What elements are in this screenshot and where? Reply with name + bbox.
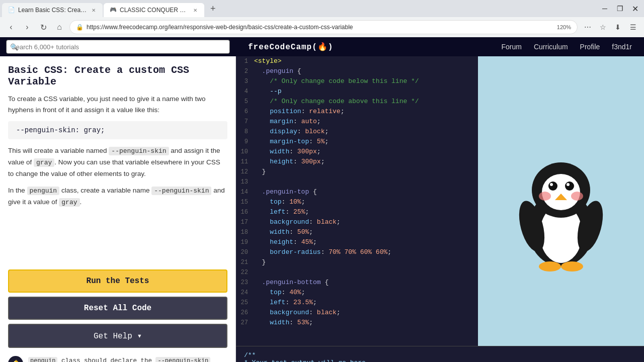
main-container: Basic CSS: Create a custom CSS Variable … (0, 56, 644, 362)
tab-classic-conquer[interactable]: 🎮 CLASSIC CONQUER VETERAN... ✕ (104, 3, 204, 17)
editor-line: 5 /* Only change code above this line */ (236, 97, 478, 107)
editor-line: 17 background: black; (236, 217, 478, 227)
editor-line: 21 } (236, 257, 478, 267)
line-number: 9 (236, 137, 254, 147)
back-button[interactable]: ‹ (5, 21, 17, 33)
extensions-button[interactable]: ⋯ (582, 21, 594, 33)
get-help-button[interactable]: Get Help ▾ (8, 324, 227, 348)
editor-line: 25 left: 23.5%; (236, 298, 478, 308)
editor-line: 12 } (236, 167, 478, 177)
tab1-title: Learn Basic CSS: Create a cust... (18, 7, 88, 14)
editor-line: 18 width: 50%; (236, 227, 478, 237)
nav-forum[interactable]: Forum (501, 43, 521, 51)
nav-curriculum[interactable]: Curriculum (534, 43, 568, 51)
fcc-header: 🔍 freeCodeCamp(🔥) Forum Curriculum Profi… (0, 37, 644, 56)
tab1-close[interactable]: ✕ (91, 7, 97, 14)
line-number: 13 (236, 177, 254, 187)
tab-learn-css[interactable]: 📄 Learn Basic CSS: Create a cust... ✕ (2, 3, 103, 17)
editor-line: 2 .penguin { (236, 66, 478, 76)
line-code: --p (254, 86, 478, 97)
svg-point-6 (550, 183, 553, 186)
bookmark-button[interactable]: ☆ (597, 21, 609, 33)
search-icon: 🔍 (10, 43, 18, 51)
editor-line: 7 margin: auto; (236, 117, 478, 127)
tabs-area: 📄 Learn Basic CSS: Create a cust... ✕ 🎮 … (0, 0, 596, 17)
line-number: 14 (236, 187, 254, 197)
svg-point-5 (548, 182, 557, 191)
line-number: 4 (236, 86, 254, 97)
search-wrapper: 🔍 (6, 40, 230, 54)
line-code: margin: auto; (254, 117, 478, 127)
lesson-intro: To create a CSS variable, you just need … (8, 94, 227, 115)
line-number: 20 (236, 247, 254, 257)
line-code: } (254, 167, 478, 177)
test-output-line1: /** (244, 351, 636, 359)
window-controls: ─ ❐ ✕ (596, 0, 644, 17)
editor-line: 23 .penguin-bottom { (236, 278, 478, 288)
line-number: 1 (236, 56, 254, 66)
url-text: https://www.freecodecamp.org/learn/respo… (87, 24, 353, 31)
close-button[interactable]: ✕ (628, 2, 642, 16)
editor-line: 3 /* Only change code below this line */ (236, 76, 478, 86)
line-number: 24 (236, 288, 254, 298)
line-number: 5 (236, 97, 254, 107)
line-code: background: black; (254, 217, 478, 227)
right-section: 1 <style> 2 .penguin { 3 /* Only change … (236, 56, 644, 362)
line-number: 22 (236, 267, 254, 278)
test-output: /** * Your test output will go here. */ (236, 346, 644, 362)
menu-button[interactable]: ☰ (627, 21, 639, 33)
line-code: margin-top: 5%; (254, 137, 478, 147)
svg-point-16 (561, 261, 583, 272)
url-bar[interactable]: 🔒 https://www.freecodecamp.org/learn/res… (69, 20, 578, 34)
editor-line: 6 position: relative; (236, 107, 478, 117)
tab2-favicon: 🎮 (110, 7, 117, 14)
penguin-container (478, 56, 644, 346)
line-number: 21 (236, 257, 254, 267)
line-code: background: black; (254, 308, 478, 318)
home-button[interactable]: ⌂ (53, 21, 65, 33)
reset-code-button[interactable]: Reset All Code (8, 297, 227, 320)
refresh-button[interactable]: ↻ (37, 21, 49, 33)
task-class-inline: penguin (27, 187, 60, 195)
line-code: /* Only change code below this line */ (254, 76, 478, 86)
download-button[interactable]: ⬇ (612, 21, 624, 33)
line-code: width: 300px; (254, 147, 478, 157)
hint-icon: 🔔 (8, 356, 23, 362)
editor-line: 20 border-radius: 70% 70% 60% 60%; (236, 247, 478, 257)
test-output-line2: * Your test output will go here. (244, 359, 636, 362)
run-tests-button[interactable]: Run the Tests (8, 269, 227, 293)
nav-profile[interactable]: Profile (580, 43, 600, 51)
editor-line: 8 display: block; (236, 127, 478, 137)
svg-point-8 (565, 182, 574, 191)
restore-button[interactable]: ❐ (613, 2, 627, 16)
address-bar: ‹ › ↻ ⌂ 🔒 https://www.freecodecamp.org/l… (0, 17, 644, 37)
line-number: 15 (236, 197, 254, 207)
zoom-level: 120% (557, 24, 571, 30)
nav-user[interactable]: f3nd1r (612, 43, 632, 51)
tab1-favicon: 📄 (8, 7, 15, 14)
line-number: 27 (236, 318, 254, 328)
line-number: 26 (236, 308, 254, 318)
new-tab-button[interactable]: + (205, 4, 221, 14)
preview-pane (478, 56, 644, 346)
editor-preview: 1 <style> 2 .penguin { 3 /* Only change … (236, 56, 644, 346)
left-panel: Basic CSS: Create a custom CSS Variable … (0, 56, 236, 362)
line-code: .penguin { (254, 66, 478, 76)
task-val-inline: gray (59, 198, 79, 207)
tab2-close[interactable]: ✕ (192, 7, 198, 14)
minimize-button[interactable]: ─ (598, 2, 612, 16)
svg-point-13 (539, 192, 551, 201)
code-editor[interactable]: 1 <style> 2 .penguin { 3 /* Only change … (236, 56, 478, 346)
line-number: 16 (236, 207, 254, 217)
editor-line: 24 top: 40%; (236, 288, 478, 298)
editor-line: 11 height: 300px; (236, 157, 478, 167)
buttons-area: Run the Tests Reset All Code Get Help ▾ (0, 265, 235, 354)
line-number: 7 (236, 117, 254, 127)
line-code: top: 40%; (254, 288, 478, 298)
line-code: position: relative; (254, 107, 478, 117)
forward-button[interactable]: › (21, 21, 33, 33)
hint-area: 🔔 penguin class should declare the --pen… (0, 354, 235, 362)
search-input[interactable] (6, 40, 230, 54)
line-number: 8 (236, 127, 254, 137)
fcc-logo: freeCodeCamp(🔥) (248, 42, 333, 52)
